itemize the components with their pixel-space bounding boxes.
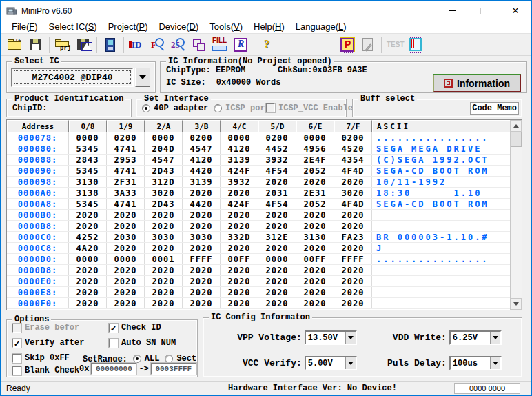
select-ic-combo[interactable]: M27C4002 @DIP40: [11, 68, 134, 87]
hex-cell[interactable]: 4741: [107, 143, 145, 154]
radio-circle[interactable]: [142, 104, 150, 112]
hex-cell[interactable]: 2020: [69, 276, 107, 286]
hex-cell[interactable]: 0200: [334, 132, 372, 143]
vertical-scrollbar[interactable]: [510, 120, 522, 310]
hex-cell[interactable]: 0000: [258, 254, 296, 264]
hex-cell[interactable]: 2020: [296, 221, 334, 231]
hex-cell[interactable]: 2020: [296, 210, 334, 220]
ascii-cell[interactable]: ................: [372, 254, 510, 264]
help-button[interactable]: ?: [257, 35, 278, 55]
hex-cell[interactable]: 4A20: [69, 243, 107, 253]
hex-cell[interactable]: 2020: [145, 276, 183, 286]
hex-cell[interactable]: 4F54: [258, 199, 296, 209]
hex-cell[interactable]: 2020: [296, 287, 334, 297]
ascii-cell[interactable]: ................: [372, 132, 510, 143]
find-button[interactable]: F: [147, 35, 168, 55]
ascii-cell[interactable]: [372, 298, 510, 308]
hex-cell[interactable]: 2843: [69, 155, 107, 165]
hex-cell[interactable]: 2020: [258, 243, 296, 253]
hex-cell[interactable]: 00FF: [296, 254, 334, 264]
save-project-button[interactable]: [73, 35, 94, 55]
hex-cell[interactable]: 2020: [296, 177, 334, 187]
hex-cell[interactable]: 2F31: [107, 177, 145, 187]
hex-cell[interactable]: 4F4D: [334, 166, 372, 176]
open-project-button[interactable]: prj: [52, 35, 73, 55]
hex-cell[interactable]: 2020: [107, 287, 145, 297]
hex-cell[interactable]: 2030: [107, 232, 145, 242]
hex-cell[interactable]: 4120: [183, 155, 221, 165]
scroll-down-button[interactable]: [511, 298, 522, 310]
hex-cell[interactable]: 0000: [69, 132, 107, 143]
hex-cell[interactable]: 2020: [145, 210, 183, 220]
rom-r-button[interactable]: R: [230, 35, 251, 55]
hex-cell[interactable]: 2020: [334, 276, 372, 286]
hex-cell[interactable]: 0000: [145, 132, 183, 143]
hex-cell[interactable]: 2020: [107, 298, 145, 308]
hex-cell[interactable]: FFFF: [183, 254, 221, 264]
hex-cell[interactable]: 2020: [221, 287, 258, 297]
config-select-vdd-write[interactable]: 6.25V: [449, 330, 502, 345]
hex-cell[interactable]: 424F: [221, 199, 258, 209]
hex-cell[interactable]: 2020: [221, 210, 258, 220]
hex-cell[interactable]: 3030: [145, 232, 183, 242]
hex-cell[interactable]: 4420: [183, 199, 221, 209]
hex-cell[interactable]: 2020: [69, 298, 107, 308]
hex-cell[interactable]: 4120: [221, 143, 258, 154]
ascii-cell[interactable]: (C)SEGA 1992.OCT: [372, 155, 510, 165]
hex-cell[interactable]: 5345: [69, 166, 107, 176]
hex-cell[interactable]: 0200: [258, 132, 296, 143]
menu-item-project[interactable]: Project(P): [103, 21, 154, 33]
hex-cell[interactable]: 4741: [107, 199, 145, 209]
hex-cell[interactable]: 0000: [69, 254, 107, 264]
program-chip-button[interactable]: P: [337, 35, 358, 55]
hex-cell[interactable]: 4452: [258, 143, 296, 154]
menu-item-select-ic[interactable]: Select IC(S): [43, 21, 103, 33]
hex-cell[interactable]: 4520: [334, 143, 372, 154]
hex-cell[interactable]: 2020: [183, 243, 221, 253]
hex-cell[interactable]: 0000: [221, 132, 258, 143]
checkbox-auto-sn-num[interactable]: Auto SN_NUM: [109, 338, 176, 348]
checkbox-verify-after[interactable]: ✓Verify after: [12, 338, 84, 348]
hex-cell[interactable]: 2020: [183, 210, 221, 220]
hex-cell[interactable]: 204D: [145, 143, 183, 154]
hex-cell[interactable]: 3A33: [107, 188, 145, 198]
hex-cell[interactable]: 2020: [221, 265, 258, 275]
hex-cell[interactable]: 2020: [296, 298, 334, 308]
config-select-vcc-verify[interactable]: 5.00V: [305, 356, 357, 370]
hex-cell[interactable]: 00FF: [221, 254, 258, 264]
ascii-cell[interactable]: [372, 221, 510, 231]
checkbox-box[interactable]: ✓: [109, 324, 118, 333]
hex-cell[interactable]: 4354: [334, 155, 372, 165]
fill-block-button[interactable]: FILL: [209, 35, 230, 55]
radio-40p-adapter[interactable]: 40P adapter: [142, 103, 208, 113]
hex-cell[interactable]: 0200: [183, 132, 221, 143]
device-button[interactable]: [100, 35, 121, 55]
hex-cell[interactable]: 312D: [145, 177, 183, 187]
hex-cell[interactable]: 2020: [107, 243, 145, 253]
hex-cell[interactable]: 3130: [296, 232, 334, 242]
hex-cell[interactable]: 2052: [296, 166, 334, 176]
open-file-button[interactable]: ↷: [5, 35, 25, 55]
hex-cell[interactable]: 4547: [183, 143, 221, 154]
chevron-down-icon[interactable]: [490, 332, 500, 344]
ascii-cell[interactable]: [372, 276, 510, 286]
menu-item-device[interactable]: Device(D): [153, 21, 204, 33]
hex-cell[interactable]: 3932: [221, 177, 258, 187]
ascii-cell[interactable]: 10/11-1992: [372, 177, 510, 187]
checkbox-check-id[interactable]: ✓Check ID: [109, 323, 161, 333]
hex-cell[interactable]: 2020: [145, 298, 183, 308]
checkbox-blank-check[interactable]: Blank Check: [12, 366, 79, 375]
ascii-cell[interactable]: BR 000003-1.10.#: [372, 232, 510, 242]
scrollbar-track[interactable]: [511, 147, 522, 298]
scrollbar-thumb[interactable]: [511, 132, 522, 147]
ascii-cell[interactable]: SEGA-CD BOOT ROM: [372, 166, 510, 176]
hex-cell[interactable]: 332D: [221, 232, 258, 242]
hex-cell[interactable]: 4252: [69, 232, 107, 242]
config-select-puls-delay[interactable]: 100us: [449, 356, 502, 370]
hex-cell[interactable]: 2020: [334, 177, 372, 187]
ascii-cell[interactable]: [372, 287, 510, 297]
radio-sect[interactable]: Sect: [165, 354, 196, 364]
hex-cell[interactable]: 2020: [334, 243, 372, 253]
hex-cell[interactable]: 2020: [221, 188, 258, 198]
checkbox-box[interactable]: [109, 339, 118, 348]
